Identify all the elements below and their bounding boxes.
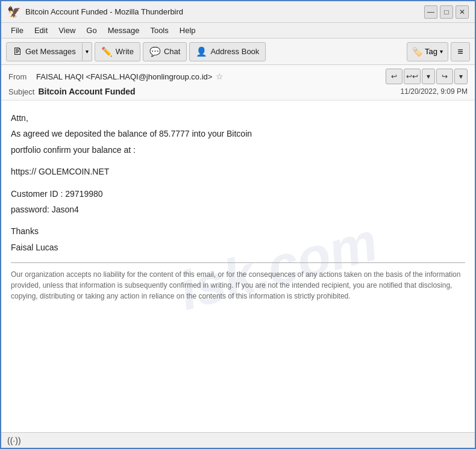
- menu-view[interactable]: View: [54, 25, 80, 36]
- menu-icon: ≡: [457, 46, 463, 57]
- write-label: Write: [116, 47, 134, 56]
- chat-label: Chat: [164, 47, 180, 56]
- status-bar: ((·)): [1, 432, 475, 448]
- tag-label: Tag: [425, 47, 437, 56]
- title-bar: 🦅 Bitcoin Account Funded - Mozilla Thund…: [1, 1, 475, 23]
- email-content: Attn, As agreed we deposited the balance…: [11, 111, 465, 302]
- address-book-label: Address Book: [210, 47, 259, 56]
- email-date: 11/20/2022, 9:09 PM: [401, 87, 468, 96]
- from-value: FAISAL HAQI <FAISAL.HAQI@jhonlingroup.co…: [36, 72, 212, 81]
- greeting: Attn,: [11, 111, 465, 125]
- close-button[interactable]: ✕: [456, 5, 469, 19]
- disclaimer-text: Our organization accepts no liability fo…: [11, 269, 465, 302]
- body-line2: portfolio confirm your balance at :: [11, 143, 465, 156]
- body-line1: As agreed we deposited the balance of 85…: [11, 127, 465, 140]
- from-label: From: [8, 72, 33, 81]
- nav-dropdown1[interactable]: ▾: [422, 69, 435, 84]
- app-icon: 🦅: [7, 5, 20, 19]
- from-left: From FAISAL HAQI <FAISAL.HAQI@jhonlingro…: [8, 72, 224, 81]
- menu-help[interactable]: Help: [175, 25, 201, 36]
- window-title: Bitcoin Account Funded - Mozilla Thunder…: [25, 7, 183, 16]
- title-bar-controls: — □ ✕: [424, 5, 469, 19]
- email-header: From FAISAL HAQI <FAISAL.HAQI@jhonlingro…: [1, 65, 475, 101]
- subject-value: Bitcoin Account Funded: [38, 87, 135, 96]
- get-messages-icon: 🖹: [13, 46, 22, 57]
- toolbar-menu-button[interactable]: ≡: [451, 42, 470, 61]
- customer-id: Customer ID : 29719980: [11, 187, 465, 200]
- write-button[interactable]: ✏️ Write: [95, 42, 140, 61]
- nav-dropdown2[interactable]: ▾: [454, 69, 468, 84]
- chat-icon: 💬: [149, 46, 161, 57]
- body-url: https:// GOLEMCOIN.NET: [11, 165, 465, 178]
- address-book-icon: 👤: [196, 46, 207, 57]
- tag-icon: 🏷️: [412, 47, 422, 57]
- signature: Faisal Lucas: [11, 241, 465, 254]
- subject-row: Subject Bitcoin Account Funded 11/20/202…: [8, 87, 468, 96]
- toolbar: 🖹 Get Messages ▾ ✏️ Write 💬 Chat 👤 Addre…: [1, 39, 475, 65]
- subject-label: Subject: [8, 87, 34, 96]
- minimize-button[interactable]: —: [424, 5, 437, 19]
- get-messages-dropdown[interactable]: ▾: [83, 42, 92, 61]
- menu-bar: File Edit View Go Message Tools Help: [1, 23, 475, 39]
- address-book-button[interactable]: 👤 Address Book: [189, 42, 266, 61]
- menu-message[interactable]: Message: [103, 25, 145, 36]
- menu-edit[interactable]: Edit: [30, 25, 52, 36]
- tag-dropdown-icon: ▾: [440, 48, 443, 55]
- get-messages-button[interactable]: 🖹 Get Messages: [6, 42, 83, 61]
- reply-button[interactable]: ↩: [386, 69, 402, 84]
- from-row: From FAISAL HAQI <FAISAL.HAQI@jhonlingro…: [8, 69, 468, 84]
- email-body: isk.com Attn, As agreed we deposited the…: [1, 101, 475, 432]
- get-messages-group: 🖹 Get Messages ▾: [6, 42, 92, 61]
- wifi-icon: ((·)): [7, 436, 21, 445]
- forward-button[interactable]: ↪: [436, 69, 453, 84]
- title-bar-left: 🦅 Bitcoin Account Funded - Mozilla Thund…: [7, 5, 183, 19]
- get-messages-label: Get Messages: [25, 47, 76, 56]
- write-icon: ✏️: [101, 46, 113, 57]
- tag-button[interactable]: 🏷️ Tag ▾: [407, 42, 448, 61]
- maximize-button[interactable]: □: [440, 5, 453, 19]
- star-icon[interactable]: ☆: [216, 72, 224, 81]
- thanks: Thanks: [11, 224, 465, 238]
- password: password: Jason4: [11, 203, 465, 216]
- menu-file[interactable]: File: [6, 25, 28, 36]
- chat-button[interactable]: 💬 Chat: [143, 42, 187, 61]
- reply-all-button[interactable]: ↩↩: [404, 69, 421, 84]
- divider: [11, 262, 465, 263]
- menu-go[interactable]: Go: [81, 25, 101, 36]
- main-window: 🦅 Bitcoin Account Funded - Mozilla Thund…: [0, 0, 476, 449]
- email-nav-buttons: ↩ ↩↩ ▾ ↪ ▾: [386, 69, 468, 84]
- menu-tools[interactable]: Tools: [145, 25, 173, 36]
